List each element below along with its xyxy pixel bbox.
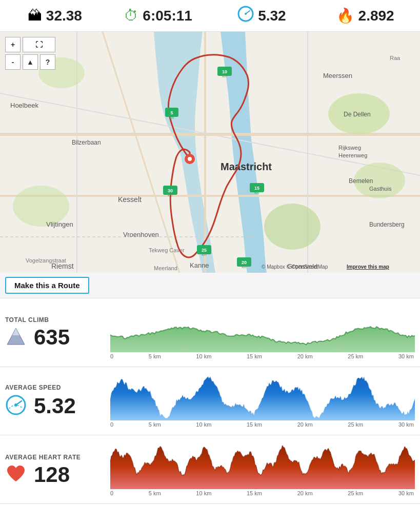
- terrain-button[interactable]: ▲: [23, 54, 38, 70]
- speed-value: 5.32: [34, 395, 76, 417]
- svg-text:km: km: [169, 116, 174, 119]
- climb-x-labels: 0 5 km 10 km 15 km 20 km 25 km 30 km: [110, 352, 415, 359]
- svg-text:Rijksweg: Rijksweg: [338, 145, 361, 151]
- svg-text:15: 15: [254, 186, 259, 191]
- svg-text:km: km: [202, 253, 207, 256]
- svg-marker-61: [12, 328, 19, 335]
- calories-stat: 🔥 2.892: [318, 7, 412, 24]
- svg-text:km: km: [242, 265, 247, 269]
- svg-text:Vlijtingen: Vlijtingen: [46, 220, 73, 228]
- svg-text:km: km: [222, 74, 227, 78]
- speedometer-icon: [5, 394, 27, 418]
- svg-text:10: 10: [222, 69, 227, 74]
- fullscreen-button[interactable]: ⛶: [23, 37, 55, 52]
- distance-stat: 🏔 32.38: [8, 7, 102, 24]
- svg-text:Bemelen: Bemelen: [349, 177, 373, 185]
- svg-text:Improve this map: Improve this map: [347, 264, 389, 270]
- speed-x-labels: 0 5 km 10 km 15 km 20 km 25 km 30 km: [110, 420, 415, 428]
- heart-rate-panel: AVERAGE HEART RATE 128 0 5 km 10 km 15 k…: [0, 435, 420, 504]
- svg-text:Gasthuis: Gasthuis: [369, 186, 392, 192]
- svg-text:Raa: Raa: [390, 55, 401, 61]
- route-button-container: Make this a Route: [0, 273, 420, 298]
- svg-text:Vogelzangstraat: Vogelzangstraat: [26, 257, 66, 264]
- heart-row: 128: [5, 464, 105, 486]
- svg-text:km: km: [254, 191, 259, 194]
- svg-text:Hoelbeek: Hoelbeek: [10, 102, 38, 109]
- timer-icon: ⏱: [124, 7, 138, 24]
- svg-text:Heerenweg: Heerenweg: [338, 152, 367, 158]
- svg-text:Kesselt: Kesselt: [118, 195, 142, 204]
- svg-text:km: km: [168, 193, 173, 197]
- svg-point-14: [264, 204, 321, 250]
- speed-value: 5.32: [258, 8, 286, 24]
- speedometer-icon: [237, 6, 254, 26]
- zoom-out-button[interactable]: -: [5, 54, 21, 70]
- climb-value: 635: [34, 327, 70, 348]
- svg-text:Meerland: Meerland: [154, 265, 177, 271]
- speed-label: AVERAGE SPEED: [5, 384, 105, 391]
- map-area[interactable]: Maastricht Hoelbeek Bilzerbaan Kesselt V…: [0, 32, 420, 273]
- svg-text:Kanne: Kanne: [190, 261, 209, 269]
- heart-icon: [5, 464, 27, 486]
- svg-text:© Mapbox © OpenStreetMap: © Mapbox © OpenStreetMap: [262, 264, 328, 270]
- time-value: 6:05:11: [143, 8, 192, 24]
- svg-text:Bilzerbaan: Bilzerbaan: [72, 139, 101, 146]
- distance-value: 32.38: [46, 8, 82, 24]
- svg-text:20: 20: [242, 260, 247, 265]
- climb-panel: TOTAL CLIMB 635 0 5 km 10 km 15 km 20 km…: [0, 298, 420, 367]
- fire-icon: 🔥: [336, 7, 354, 24]
- zoom-in-button[interactable]: +: [5, 37, 21, 52]
- speed-row: 5.32: [5, 394, 105, 418]
- make-route-button[interactable]: Make this a Route: [5, 277, 89, 294]
- climb-row: 635: [5, 327, 105, 348]
- heart-label: AVERAGE HEART RATE: [5, 454, 105, 461]
- heart-x-labels: 0 5 km 10 km 15 km 20 km 25 km 30 km: [110, 489, 415, 496]
- heart-value: 128: [34, 464, 70, 486]
- climb-label: TOTAL CLIMB: [5, 316, 105, 324]
- time-stat: ⏱ 6:05:11: [112, 7, 205, 24]
- svg-text:30: 30: [168, 188, 173, 193]
- svg-text:25: 25: [202, 248, 207, 253]
- mountain-icon: [5, 327, 27, 348]
- svg-point-58: [188, 157, 192, 161]
- map-controls[interactable]: + ⛶ - ▲ ?: [5, 37, 55, 70]
- calories-value: 2.892: [358, 8, 394, 24]
- speed-chart: 0 5 km 10 km 15 km 20 km 25 km 30 km: [110, 374, 415, 428]
- svg-text:Vroenhoven: Vroenhoven: [123, 231, 159, 238]
- speed-stat: 5.32: [215, 6, 309, 26]
- svg-point-2: [245, 13, 247, 15]
- stats-header: 🏔 32.38 ⏱ 6:05:11 5.32 🔥 2.892: [0, 0, 420, 32]
- road-icon: 🏔: [28, 7, 42, 24]
- heart-chart: 0 5 km 10 km 15 km 20 km 25 km 30 km: [110, 442, 415, 496]
- help-button[interactable]: ?: [40, 54, 55, 70]
- svg-text:De Dellen: De Dellen: [344, 111, 371, 118]
- climb-stat-left: TOTAL CLIMB 635: [5, 306, 105, 359]
- speed-stat-left: AVERAGE SPEED 5.32: [5, 374, 105, 428]
- svg-text:5: 5: [170, 110, 173, 115]
- heart-stat-left: AVERAGE HEART RATE 128: [5, 442, 105, 496]
- svg-text:Bundersberg: Bundersberg: [369, 221, 405, 228]
- climb-chart: 0 5 km 10 km 15 km 20 km 25 km 30 km: [110, 306, 415, 359]
- svg-text:Maastricht: Maastricht: [221, 161, 272, 172]
- speed-panel: AVERAGE SPEED 5.32 0 5 km 10 km 15 km 20…: [0, 367, 420, 436]
- svg-text:Meerssen: Meerssen: [323, 72, 352, 79]
